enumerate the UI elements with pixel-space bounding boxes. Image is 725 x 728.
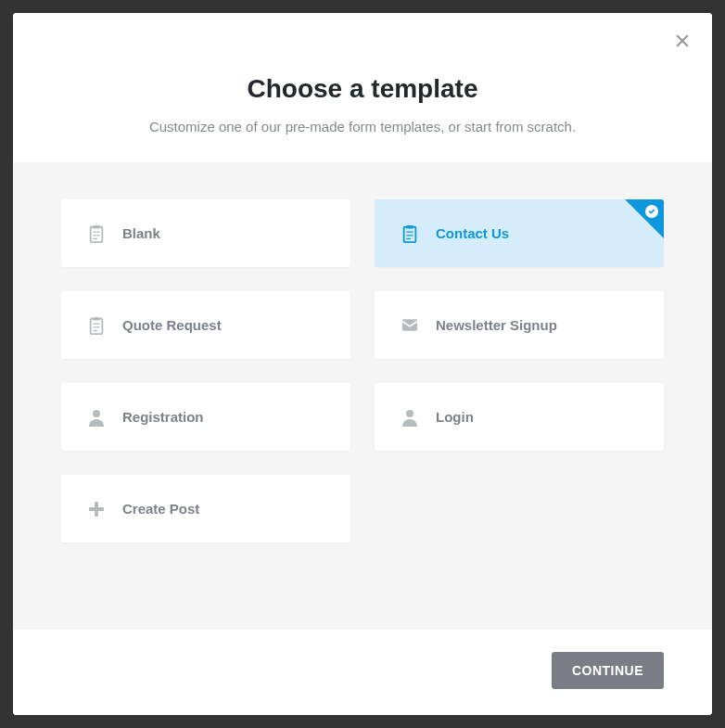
clipboard-icon — [87, 316, 106, 335]
svg-rect-6 — [406, 224, 413, 228]
template-label: Newsletter Signup — [436, 317, 557, 333]
modal-header: Choose a template Customize one of our p… — [13, 13, 712, 162]
template-card-newsletter-signup[interactable]: Newsletter Signup — [375, 291, 664, 359]
template-card-login[interactable]: Login — [375, 383, 664, 451]
template-label: Contact Us — [436, 225, 509, 241]
svg-rect-0 — [91, 226, 103, 241]
template-grid: Blank Contact Us — [61, 199, 664, 543]
modal-title: Choose a template — [50, 74, 675, 104]
template-card-contact-us[interactable]: Contact Us — [375, 199, 664, 267]
template-label: Registration — [122, 409, 204, 425]
svg-rect-18 — [89, 507, 104, 511]
template-label: Blank — [122, 225, 160, 241]
close-icon — [676, 32, 689, 50]
template-card-registration[interactable]: Registration — [61, 383, 350, 451]
close-button[interactable] — [671, 30, 693, 52]
person-icon — [401, 408, 419, 427]
clipboard-icon — [87, 224, 106, 243]
template-card-blank[interactable]: Blank — [61, 199, 350, 267]
svg-rect-11 — [93, 316, 99, 320]
continue-button[interactable]: CONTINUE — [552, 652, 664, 689]
selected-corner-badge — [625, 199, 664, 238]
template-modal: Choose a template Customize one of our p… — [13, 13, 712, 715]
template-label: Quote Request — [122, 317, 222, 333]
checkmark-icon — [645, 205, 658, 218]
person-icon — [87, 408, 106, 427]
mail-icon — [401, 316, 419, 335]
svg-point-15 — [93, 410, 100, 417]
template-label: Login — [436, 409, 474, 425]
modal-footer: CONTINUE — [13, 630, 712, 715]
template-card-create-post[interactable]: Create Post — [61, 475, 350, 543]
svg-rect-1 — [93, 224, 99, 228]
template-label: Create Post — [122, 501, 199, 517]
svg-rect-5 — [404, 226, 416, 241]
modal-body: Blank Contact Us — [13, 162, 712, 630]
template-card-quote-request[interactable]: Quote Request — [61, 291, 350, 359]
plus-icon — [87, 500, 106, 518]
svg-point-16 — [406, 410, 413, 417]
modal-subtitle: Customize one of our pre-made form templ… — [50, 119, 675, 134]
svg-rect-10 — [91, 318, 103, 333]
clipboard-icon — [401, 224, 419, 243]
